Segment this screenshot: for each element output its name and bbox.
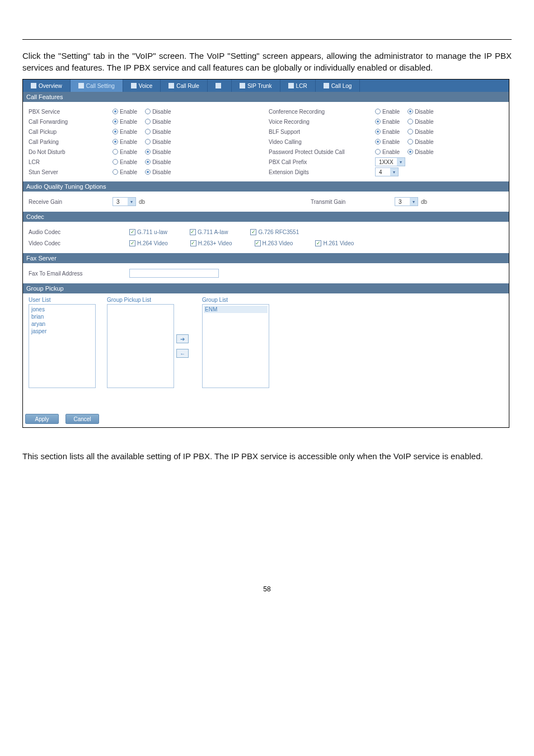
- codec-checkbox[interactable]: [129, 229, 135, 235]
- group-pickup-panel: User List jonesbrianaryanjasper Group Pi…: [23, 293, 509, 410]
- enable-radio[interactable]: [375, 109, 381, 114]
- feature-row: BLF SupportEnableDisable: [269, 127, 503, 137]
- codec-checkbox[interactable]: [190, 240, 196, 246]
- voice-icon: [131, 83, 137, 88]
- feature-row: Call ForwardingEnableDisable: [29, 116, 263, 127]
- enable-label: Enable: [382, 119, 400, 125]
- enable-radio[interactable]: [113, 159, 118, 165]
- enable-label: Enable: [382, 109, 400, 115]
- feature-select[interactable]: 4▾: [375, 167, 399, 176]
- page-number: 58: [22, 585, 512, 604]
- enable-radio[interactable]: [113, 169, 118, 175]
- enable-radio[interactable]: [375, 129, 381, 134]
- disable-radio[interactable]: [407, 149, 413, 155]
- enable-radio[interactable]: [375, 139, 381, 144]
- call-features-panel: PBX ServiceEnableDisableCall ForwardingE…: [23, 102, 509, 181]
- user-listbox[interactable]: jonesbrianaryanjasper: [29, 304, 96, 388]
- enable-radio[interactable]: [113, 149, 118, 155]
- tab-label: SIP Trunk: [247, 83, 272, 89]
- db-unit: db: [139, 199, 145, 205]
- enable-radio[interactable]: [375, 149, 381, 155]
- tab-label: Call Rule: [176, 83, 199, 89]
- codec-label: G.711 u-law: [137, 229, 167, 235]
- tab-call-rule[interactable]: Call Rule: [161, 80, 208, 92]
- feature-label: Conference Recording: [269, 109, 375, 115]
- arrow-right-button[interactable]: ➔: [176, 334, 189, 343]
- intro-paragraph: Click the "Setting" tab in the "VoIP" sc…: [22, 50, 512, 73]
- disable-radio[interactable]: [145, 139, 151, 144]
- enable-radio[interactable]: [113, 109, 118, 114]
- enable-radio[interactable]: [375, 119, 381, 124]
- list-item[interactable]: ENM: [204, 306, 268, 313]
- tab-call-log[interactable]: Call Log: [316, 80, 360, 92]
- chevron-down-icon: ▾: [128, 198, 135, 206]
- audio-quality-header: Audio Quality Tuning Options: [23, 181, 509, 192]
- tab-call-setting[interactable]: Call Setting: [71, 80, 123, 92]
- tab-voice[interactable]: Voice: [123, 80, 161, 92]
- action-button-bar: Apply Cancel: [23, 410, 509, 427]
- codec-checkbox[interactable]: [315, 240, 321, 246]
- chevron-down-icon: ▾: [410, 198, 418, 206]
- feature-row: Password Protect Outside CallEnableDisab…: [269, 147, 503, 157]
- disable-radio[interactable]: [145, 159, 151, 165]
- feature-label: Extension Digits: [269, 169, 375, 175]
- select-value: 3: [395, 199, 410, 205]
- enable-label: Enable: [382, 149, 400, 155]
- disable-radio[interactable]: [407, 139, 413, 144]
- codec-checkbox[interactable]: [255, 240, 261, 246]
- transmit-gain-select[interactable]: 3 ▾: [395, 197, 418, 206]
- codec-header: Codec: [23, 212, 509, 222]
- feature-row: Voice RecordingEnableDisable: [269, 116, 503, 127]
- apply-button[interactable]: Apply: [25, 414, 59, 424]
- cancel-button[interactable]: Cancel: [65, 414, 99, 424]
- enable-radio[interactable]: [113, 119, 118, 124]
- tab-sip-trunk[interactable]: SIP Trunk: [232, 80, 280, 92]
- disable-label: Disable: [415, 129, 433, 135]
- disable-radio[interactable]: [145, 149, 151, 155]
- codec-panel: Audio Codec G.711 u-lawG.711 A-lawG.726 …: [23, 222, 509, 253]
- feature-label: Stun Server: [29, 169, 113, 175]
- chevron-down-icon: ▾: [397, 158, 405, 166]
- enable-label: Enable: [120, 149, 137, 155]
- tab-label: Voice: [139, 83, 152, 89]
- codec-label: H.261 Video: [323, 240, 354, 246]
- feature-label: LCR: [29, 159, 113, 165]
- codec-checkbox[interactable]: [129, 240, 135, 246]
- list-item[interactable]: aryan: [30, 320, 94, 328]
- audio-codec-label: Audio Codec: [29, 229, 129, 235]
- disable-radio[interactable]: [145, 119, 151, 124]
- feature-select[interactable]: 1XXX▾: [375, 157, 405, 166]
- tab-overview[interactable]: Overview: [23, 80, 71, 92]
- enable-radio[interactable]: [113, 129, 118, 134]
- list-item[interactable]: jones: [30, 306, 94, 313]
- disable-radio[interactable]: [407, 109, 413, 114]
- arrow-left-button[interactable]: ←: [176, 349, 189, 358]
- group-listbox[interactable]: ENM: [202, 304, 269, 388]
- select-value: 3: [113, 199, 128, 205]
- enable-label: Enable: [120, 119, 137, 125]
- disable-radio[interactable]: [145, 129, 151, 134]
- tab-lcr[interactable]: LCR: [280, 80, 316, 92]
- receive-gain-select[interactable]: 3 ▾: [113, 197, 136, 206]
- disable-label: Disable: [152, 119, 171, 125]
- feature-row: Extension Digits4▾: [269, 167, 503, 177]
- enable-radio[interactable]: [113, 139, 118, 144]
- group-pickup-listbox[interactable]: [107, 304, 174, 388]
- codec-label: H.264 Video: [137, 240, 168, 246]
- disable-radio[interactable]: [145, 109, 151, 114]
- section-divider: [22, 39, 512, 40]
- disable-radio[interactable]: [407, 119, 413, 124]
- list-item[interactable]: brian: [30, 313, 94, 320]
- disable-radio[interactable]: [407, 129, 413, 134]
- codec-checkbox[interactable]: [250, 229, 256, 235]
- transmit-gain-label: Transmit Gain: [311, 199, 395, 205]
- fax-email-label: Fax To Email Address: [29, 270, 129, 277]
- enable-label: Enable: [382, 139, 400, 145]
- codec-label: G.726 RFC3551: [258, 229, 299, 235]
- fax-email-input[interactable]: [129, 269, 219, 278]
- feature-label: PBX Service: [29, 109, 113, 115]
- codec-checkbox[interactable]: [190, 229, 196, 235]
- list-item[interactable]: jasper: [30, 328, 94, 335]
- disable-radio[interactable]: [145, 169, 151, 175]
- tab-blank[interactable]: [208, 80, 232, 92]
